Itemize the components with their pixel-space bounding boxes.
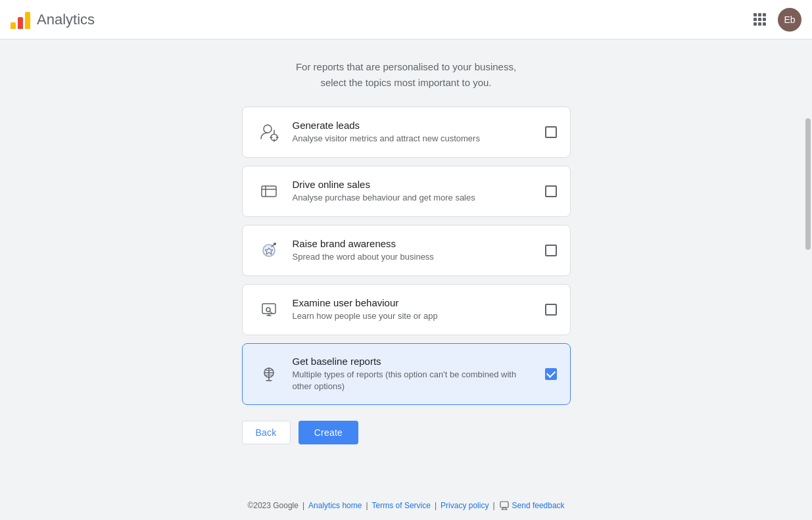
- get-baseline-reports-checkbox[interactable]: [545, 368, 557, 380]
- header-right: Eb: [746, 7, 801, 33]
- drive-online-sales-checkbox[interactable]: [545, 185, 557, 197]
- send-feedback-container[interactable]: Send feedback: [499, 500, 565, 511]
- privacy-policy-link[interactable]: Privacy policy: [441, 501, 489, 510]
- feedback-icon: [499, 500, 510, 511]
- send-feedback-link[interactable]: Send feedback: [512, 501, 565, 510]
- footer-sep-1: |: [302, 501, 304, 510]
- main-content: For reports that are personalised to you…: [0, 39, 812, 484]
- logo-bar-1: [11, 22, 16, 29]
- get-baseline-reports-icon: [256, 361, 282, 387]
- subtitle-line1: For reports that are personalised to you…: [296, 61, 516, 72]
- drive-online-sales-title: Drive online sales: [293, 179, 535, 190]
- svg-point-9: [263, 245, 275, 256]
- examine-user-behaviour-icon: [256, 296, 282, 323]
- option-card-raise-brand-awareness[interactable]: Raise brand awareness Spread the word ab…: [242, 225, 571, 276]
- examine-user-behaviour-checkbox[interactable]: [545, 304, 557, 316]
- header: Analytics Eb: [0, 0, 812, 39]
- generate-leads-title: Generate leads: [293, 120, 535, 131]
- logo-bar-3: [25, 12, 30, 29]
- header-left: Analytics: [11, 11, 95, 29]
- generate-leads-checkbox[interactable]: [545, 126, 557, 138]
- option-card-examine-user-behaviour[interactable]: Examine user behaviour Learn how people …: [242, 284, 571, 335]
- get-baseline-reports-text: Get baseline reports Multiple types of r…: [293, 356, 535, 392]
- raise-brand-awareness-title: Raise brand awareness: [293, 238, 535, 249]
- footer-sep-2: |: [366, 501, 368, 510]
- svg-rect-6: [262, 186, 276, 197]
- copyright: ©2023 Google: [247, 501, 299, 510]
- subtitle: For reports that are personalised to you…: [296, 59, 516, 91]
- grid-icon: [753, 13, 766, 26]
- apps-button[interactable]: [746, 7, 773, 33]
- raise-brand-awareness-text: Raise brand awareness Spread the word ab…: [293, 238, 535, 263]
- generate-leads-text: Generate leads Analyse visitor metrics a…: [293, 120, 535, 145]
- analytics-home-link[interactable]: Analytics home: [308, 501, 362, 510]
- svg-point-0: [264, 125, 272, 133]
- get-baseline-reports-desc: Multiple types of reports (this option c…: [293, 369, 535, 392]
- scrollbar-track[interactable]: [804, 39, 812, 520]
- examine-user-behaviour-title: Examine user behaviour: [293, 297, 535, 308]
- footer-sep-3: |: [435, 501, 437, 510]
- raise-brand-awareness-icon: [256, 237, 282, 264]
- generate-leads-desc: Analyse visitor metrics and attract new …: [293, 133, 535, 145]
- scrollbar-thumb[interactable]: [805, 118, 811, 250]
- drive-online-sales-desc: Analyse purchase behaviour and get more …: [293, 192, 535, 204]
- subtitle-line2: select the topics most important to you.: [320, 77, 491, 88]
- generate-leads-icon: [256, 119, 282, 145]
- footer: ©2023 Google | Analytics home | Terms of…: [0, 491, 812, 520]
- drive-online-sales-icon: [256, 178, 282, 204]
- logo-bar-2: [18, 17, 23, 29]
- svg-point-14: [266, 308, 270, 312]
- svg-point-10: [274, 243, 276, 245]
- button-row: Back Create: [242, 421, 571, 444]
- app-title: Analytics: [37, 11, 95, 28]
- get-baseline-reports-title: Get baseline reports: [293, 356, 535, 367]
- back-button[interactable]: Back: [242, 421, 291, 444]
- analytics-logo: [11, 11, 30, 29]
- footer-sep-4: |: [492, 501, 494, 510]
- option-card-generate-leads[interactable]: Generate leads Analyse visitor metrics a…: [242, 106, 571, 158]
- create-button[interactable]: Create: [299, 421, 359, 444]
- examine-user-behaviour-text: Examine user behaviour Learn how people …: [293, 297, 535, 322]
- examine-user-behaviour-desc: Learn how people use your site or app: [293, 310, 535, 322]
- terms-of-service-link[interactable]: Terms of Service: [372, 501, 431, 510]
- drive-online-sales-text: Drive online sales Analyse purchase beha…: [293, 179, 535, 204]
- option-card-get-baseline-reports[interactable]: Get baseline reports Multiple types of r…: [242, 343, 571, 405]
- raise-brand-awareness-checkbox[interactable]: [545, 245, 557, 256]
- avatar[interactable]: Eb: [778, 8, 801, 32]
- option-card-drive-online-sales[interactable]: Drive online sales Analyse purchase beha…: [242, 166, 571, 217]
- raise-brand-awareness-desc: Spread the word about your business: [293, 251, 535, 263]
- options-container: Generate leads Analyse visitor metrics a…: [242, 106, 571, 405]
- svg-rect-11: [262, 304, 275, 314]
- svg-rect-20: [500, 502, 508, 508]
